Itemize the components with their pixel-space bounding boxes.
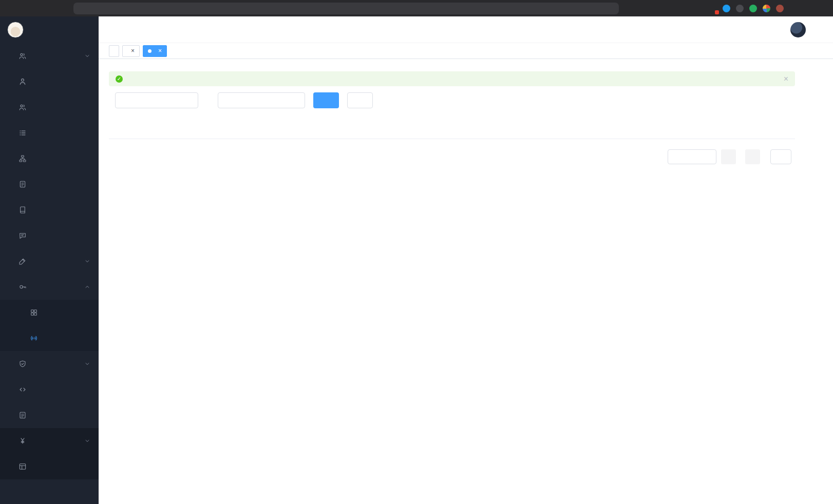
user-menu[interactable] [790,22,820,37]
sidebar-item-2[interactable] [0,94,99,120]
sidebar-item-6[interactable] [0,197,99,223]
column-header-3 [483,115,538,139]
info-icon [79,5,85,12]
alert-banner: ✓ × [109,71,795,86]
chevron-down-icon [84,438,90,444]
fullscreen-icon[interactable] [755,25,765,34]
sms-icon [18,360,27,368]
column-header-1 [256,115,407,139]
active-tab-dot [148,49,152,53]
sidebar-item-16[interactable] [0,454,99,479]
forward-icon[interactable] [23,4,31,13]
next-page-button[interactable] [745,149,760,164]
bookmark-star-icon[interactable] [694,4,703,13]
users-icon [18,52,27,60]
refresh-icon[interactable] [39,4,48,13]
search-icon [321,97,328,104]
sidebar-item-12[interactable] [0,351,99,377]
sidebar-item-14[interactable] [0,402,99,428]
browser-chrome [0,0,833,16]
sidebar-item-1[interactable] [0,69,99,94]
token-table [109,115,795,139]
sidebar-item-15[interactable] [0,428,99,454]
sidebar-item-7[interactable] [0,223,99,248]
extension-badge [715,10,719,14]
tab-split-icon[interactable] [789,4,798,13]
pagination [109,149,795,164]
prev-page-button[interactable] [721,149,736,164]
users-icon [18,103,27,111]
page-size-select[interactable] [668,149,716,164]
extension-blue-icon[interactable] [723,5,730,12]
sidebar-item-0[interactable] [0,43,99,69]
sidebar-item-10[interactable] [0,300,99,325]
search-button[interactable] [313,92,339,108]
extension-pinwheel-icon[interactable] [763,5,770,12]
extensions-icon[interactable] [708,4,717,13]
browser-actions [679,4,827,13]
reset-button[interactable] [347,92,373,108]
filter-form [109,92,795,108]
tab-close-icon[interactable]: × [158,48,162,54]
chevron-down-icon [706,153,712,160]
tab-close-icon[interactable]: × [131,48,135,54]
sidebar-menu [0,43,99,504]
chevron-down-icon [294,98,300,104]
chevron-up-icon [84,284,90,290]
sensitive-icon [18,411,27,419]
chevron-down-icon [84,53,90,59]
goto-page [767,149,795,164]
log-icon [18,257,27,265]
alert-close-icon[interactable]: × [784,75,788,83]
tab-1[interactable]: × [122,45,140,57]
sidebar [0,16,99,504]
code-icon [18,385,27,394]
help-icon[interactable] [738,25,747,34]
address-bar[interactable] [73,3,619,14]
sidebar-item-11[interactable] [0,325,99,351]
column-header-6 [716,115,795,139]
column-header-0 [109,115,256,139]
text-size-icon[interactable] [773,25,782,34]
tree-icon [18,154,27,163]
notice-icon [18,231,27,240]
sidebar-item-9[interactable] [0,274,99,300]
report-icon [18,462,27,471]
sidebar-item-3[interactable] [0,120,99,146]
logo-avatar [7,22,24,38]
share-icon[interactable] [679,4,688,13]
user-icon [18,77,27,86]
badge-icon [18,180,27,188]
menu-fold-icon[interactable] [111,25,121,34]
column-header-5 [623,115,716,139]
github-icon[interactable] [721,25,730,34]
chevron-right-icon [750,153,756,160]
dict-icon [18,206,27,214]
column-header-2 [407,115,483,139]
goto-page-input[interactable] [770,149,791,164]
tabs-bar: ×× [99,43,833,59]
tab-0[interactable] [109,45,119,57]
user-id-input[interactable] [115,92,198,108]
chevron-down-icon [814,27,820,32]
extension-green-icon[interactable] [749,5,757,12]
extension-paw-icon[interactable] [776,5,784,12]
back-icon[interactable] [6,4,15,13]
oauth-icon [18,283,27,291]
refresh-icon [355,97,362,104]
sidebar-item-13[interactable] [0,377,99,402]
sidebar-item-4[interactable] [0,146,99,171]
user-type-select[interactable] [218,92,305,108]
pay-icon [18,437,27,445]
sidebar-item-8[interactable] [0,248,99,274]
sidebar-item-5[interactable] [0,171,99,197]
browser-profile-icon[interactable] [804,4,812,13]
app-logo [0,16,99,43]
search-icon[interactable] [703,25,712,34]
home-icon[interactable] [55,4,64,13]
success-icon: ✓ [116,75,123,83]
tab-2[interactable]: × [143,45,167,57]
extension-dark-icon[interactable] [736,5,744,12]
topbar-actions [703,22,820,37]
browser-menu-icon[interactable] [818,4,827,13]
